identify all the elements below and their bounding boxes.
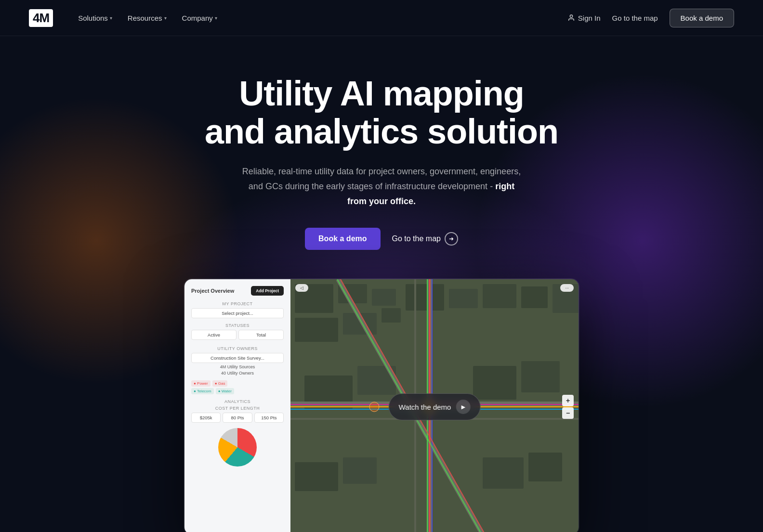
company-label: Company [182,14,213,22]
nav-right: Sign In Go to the map Book a demo [567,9,734,27]
project-label: My Project [191,301,284,306]
company-chevron-icon: ▾ [215,15,217,21]
svg-rect-7 [382,308,401,323]
map-top-left-control: ◁ [295,284,308,292]
map-back-badge[interactable]: ◁ [295,284,308,292]
go-to-map-nav-link[interactable]: Go to the map [612,14,658,22]
svg-rect-15 [473,366,516,400]
svg-rect-16 [521,361,560,392]
navbar: 4M Solutions ▾ Resources ▾ Company ▾ Si [0,0,763,36]
tag-gas: ● Gas [212,380,228,387]
hero-title: Utility AI mapping and analytics solutio… [165,75,598,151]
analytics-val3: 150 Pts [254,413,284,423]
sidebar-panel: Project Overview Add Project My Project … [184,279,290,532]
watch-demo-label: Watch the demo [399,403,451,411]
svg-rect-4 [372,289,396,306]
svg-point-35 [369,402,379,412]
nav-item-resources[interactable]: Resources ▾ [122,10,172,26]
solutions-label: Solutions [78,14,108,22]
sidebar-title: Project Overview [191,288,234,294]
status-active: Active [191,330,237,340]
sign-in-button[interactable]: Sign In [567,14,601,22]
tags-row1: ● Power ● Gas [191,380,284,387]
nav-links: Solutions ▾ Resources ▾ Company ▾ [72,10,223,26]
svg-rect-18 [343,457,377,484]
tags-row2: ● Telecom ● Water [191,388,284,394]
analytics-label: Analytics [191,399,284,404]
pie-chart [218,428,257,467]
book-demo-hero-button[interactable]: Book a demo [305,228,380,250]
analytics-val2: 80 Pts [223,413,252,423]
svg-rect-20 [528,453,562,481]
utility-owners-value[interactable]: Construction Site Survey... [191,353,284,363]
logo-text: 4M [29,9,53,27]
book-demo-nav-button[interactable]: Book a demo [670,9,734,27]
svg-rect-11 [521,286,548,308]
svg-rect-8 [406,284,444,311]
map-options-badge[interactable]: ∙∙∙ [560,284,574,292]
arrow-right-icon: ➜ [445,232,458,246]
nav-left: 4M Solutions ▾ Resources ▾ Company ▾ [29,9,223,27]
svg-rect-9 [449,289,478,308]
nav-item-company[interactable]: Company ▾ [176,10,223,26]
go-to-map-hero-button[interactable]: Go to the map ➜ [392,232,458,246]
app-screenshot: Project Overview Add Project My Project … [184,279,579,532]
zoom-out-button[interactable]: − [562,407,574,419]
sidebar-header: Project Overview Add Project [191,286,284,296]
tag-water: ● Water [216,388,234,394]
hero-buttons: Book a demo Go to the map ➜ [19,228,744,250]
utility-owners-label: Utility Owners [191,346,284,351]
add-project-button[interactable]: Add Project [251,286,284,296]
sidebar-project-section: My Project Select project... [191,301,284,318]
hero-section: Utility AI mapping and analytics solutio… [0,36,763,532]
play-icon: ▶ [456,400,470,414]
zoom-in-button[interactable]: + [562,395,574,406]
hero-title-line2: and analytics solution [205,112,558,151]
sidebar-analytics-section: Analytics Cost per Length $205k 80 Pts 1… [191,399,284,467]
svg-rect-19 [483,457,524,489]
sources-count: 4M Utility Sources [191,364,284,369]
map-zoom-controls: + − [562,395,574,419]
solutions-chevron-icon: ▾ [110,15,112,21]
resources-label: Resources [128,14,162,22]
owners-count: 40 Utility Owners [191,371,284,376]
sidebar-tags-section: ● Power ● Gas ● Telecom ● Water [191,380,284,394]
analytics-val1: $205k [191,413,221,423]
map-top-right-control: ∙∙∙ [560,284,574,292]
svg-point-0 [570,15,572,17]
logo[interactable]: 4M [29,9,53,27]
svg-rect-5 [295,318,338,342]
svg-rect-10 [483,284,516,308]
analytics-values: $205k 80 Pts 150 Pts [191,413,284,424]
watch-demo-button[interactable]: Watch the demo ▶ [389,393,481,420]
screenshot-inner: Project Overview Add Project My Project … [184,279,579,532]
svg-rect-17 [295,462,338,491]
hero-title-line1: Utility AI mapping [239,74,524,113]
tag-power: ● Power [191,380,210,387]
status-total: Total [238,330,284,340]
project-value[interactable]: Select project... [191,308,284,318]
map-panel: ◁ ∙∙∙ Watch the demo ▶ + − [290,279,579,532]
cost-label: Cost per Length [191,406,284,411]
nav-item-solutions[interactable]: Solutions ▾ [72,10,118,26]
user-icon [567,14,575,22]
tag-telecom: ● Telecom [191,388,214,394]
status-row: Active Total [191,330,284,341]
sign-in-label: Sign In [578,14,601,22]
resources-chevron-icon: ▾ [164,15,167,21]
sidebar-utility-section: Utility Owners Construction Site Survey.… [191,346,284,376]
sidebar-status-section: Statuses Active Total [191,323,284,341]
status-label: Statuses [191,323,284,328]
hero-subtitle: Reliable, real-time utility data for pro… [242,164,521,208]
